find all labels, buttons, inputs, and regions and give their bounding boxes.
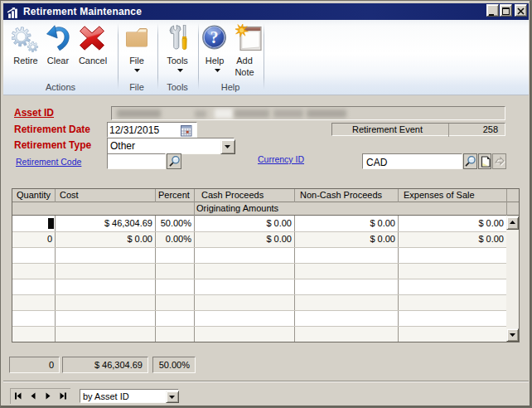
svg-text:?: ? — [210, 28, 219, 46]
